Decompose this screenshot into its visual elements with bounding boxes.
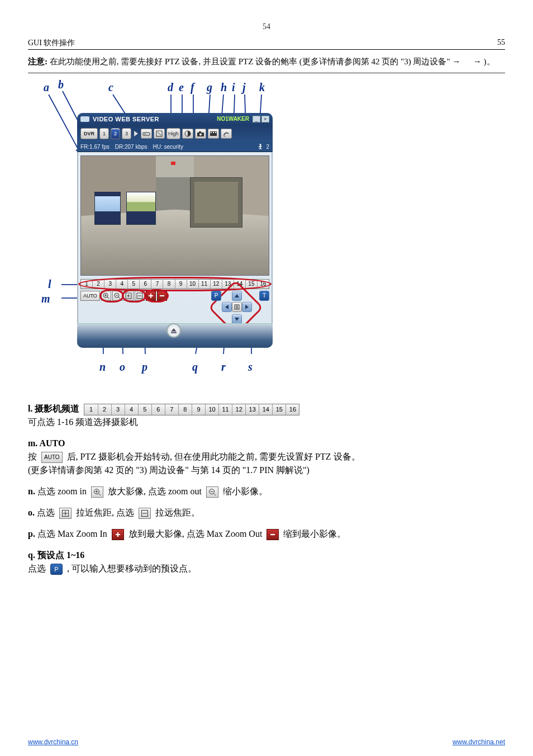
contrast-icon[interactable]	[182, 129, 193, 139]
channel-1-button[interactable]: 1	[84, 404, 98, 415]
text-n-c: 缩小影像。	[223, 486, 268, 496]
arrow-icon: →	[452, 56, 460, 66]
callout-g: g	[207, 81, 212, 94]
diagram: a b c d e f g h i j k l m n o p q r s VI…	[28, 81, 296, 394]
text-p-c: 缩到最小影像。	[283, 529, 346, 538]
channel-5-button[interactable]: 5	[139, 404, 152, 415]
settings-icon[interactable]	[221, 129, 232, 139]
channel-2-button[interactable]: 2	[98, 404, 112, 415]
high-quality-button[interactable]: High	[166, 128, 180, 139]
hdd-icon[interactable]	[141, 129, 152, 139]
status-hu: HU: security	[153, 144, 183, 150]
note-label: 注意:	[28, 57, 47, 66]
inline-max-zoom-out-icon[interactable]	[266, 529, 279, 540]
ptz-zone: P T	[208, 291, 269, 327]
text-o-b: 拉近焦距, 点选	[76, 508, 134, 517]
status-dr: DR:207 kbps	[115, 144, 147, 150]
inline-preset-icon[interactable]: P	[50, 564, 63, 575]
snapshot-icon[interactable]	[195, 129, 206, 139]
text-p-b: 放到最大影像, 点选 Max Zoom Out	[129, 529, 263, 538]
ptz-right-button[interactable]	[242, 302, 252, 312]
note-block: 注意: 在此功能使用之前, 需要先接好 PTZ 设备, 并且设置 PTZ 设备的…	[28, 55, 505, 68]
video-area	[77, 152, 273, 276]
svg-rect-20	[144, 134, 146, 134]
channel-13-button[interactable]: 13	[246, 404, 259, 415]
callout-j: j	[242, 81, 246, 94]
inline-zoom-in-icon[interactable]	[91, 486, 103, 498]
film-icon[interactable]	[208, 129, 219, 139]
label-n: n.	[28, 486, 35, 496]
channel-4-button[interactable]: 4	[125, 404, 139, 415]
text-q-a: 点选	[28, 564, 46, 573]
callout-o: o	[120, 361, 125, 374]
label-l: l. 摄影机频道	[28, 404, 79, 413]
play-icon[interactable]	[134, 131, 138, 136]
svg-rect-27	[211, 132, 212, 133]
channel-16-button[interactable]: 16	[286, 404, 299, 415]
callout-f: f	[191, 81, 194, 94]
dvr-button[interactable]: DVR	[80, 128, 98, 139]
text-o-c: 拉远焦距。	[155, 508, 200, 517]
channel-8-button[interactable]: 8	[179, 404, 192, 415]
channel-11-button[interactable]: 11	[219, 404, 232, 415]
callout-n: n	[99, 361, 106, 374]
group-2-button[interactable]: 2	[111, 128, 120, 139]
callout-a: a	[44, 81, 49, 94]
channel-15-button[interactable]: 15	[273, 404, 286, 415]
channel-9-button[interactable]: 9	[192, 404, 206, 415]
label-q: q. 预设点 1~16	[28, 550, 84, 560]
channel-10-button[interactable]: 10	[206, 404, 219, 415]
ptz-up-button[interactable]	[232, 291, 242, 301]
note-text-b: )。	[484, 57, 495, 66]
page-header: GUI 软件操作 55	[28, 38, 505, 50]
online-count: 2	[266, 144, 269, 150]
window-footer	[77, 323, 273, 348]
group-3-button[interactable]: 3	[122, 128, 131, 139]
minimize-button[interactable]: _	[253, 116, 260, 122]
footer-right[interactable]: www.dvrchina.net	[453, 738, 505, 746]
callout-d: d	[168, 81, 173, 94]
channel-14-button[interactable]: 14	[259, 404, 273, 415]
app-icon	[80, 116, 89, 122]
auto-button[interactable]: AUTO	[80, 291, 100, 301]
channel-6-button[interactable]: 6	[152, 404, 165, 415]
inline-max-zoom-in-icon[interactable]	[112, 529, 124, 540]
page-footer: www.dvrchina.cn www.dvrchina.net	[28, 738, 505, 746]
footer-left[interactable]: www.dvrchina.cn	[28, 738, 78, 746]
ptz-left-button[interactable]	[222, 302, 232, 312]
callout-b: b	[58, 78, 64, 91]
inline-focus-far-icon[interactable]	[139, 508, 151, 519]
titlebar: VIDEO WEB SERVER NO1WAKER _ ×	[77, 113, 273, 125]
channel-7-button[interactable]: 7	[165, 404, 179, 415]
video-frame[interactable]	[80, 155, 269, 276]
callout-c: c	[108, 81, 113, 94]
preset-right-button[interactable]: T	[259, 291, 269, 301]
callout-q: q	[192, 361, 198, 374]
inline-focus-near-icon[interactable]	[59, 508, 72, 519]
channel-3-button[interactable]: 3	[112, 404, 125, 415]
label-p: p.	[28, 529, 35, 538]
control-row: AUTO P T	[80, 291, 269, 327]
close-button[interactable]: ×	[261, 116, 269, 122]
text-l: 可点选 1-16 频道选择摄影机	[28, 417, 138, 427]
person-icon	[257, 143, 264, 150]
callout-r: r	[221, 361, 226, 374]
text-m-a: 按	[28, 452, 37, 461]
channel-12-button[interactable]: 12	[232, 404, 246, 415]
svg-rect-29	[215, 132, 216, 133]
body-text: l. 摄影机频道 1 2 3 4 5 6 7 8 9 10 11 12 13 1…	[28, 402, 505, 575]
ptz-menu-button[interactable]	[232, 302, 242, 312]
record-icon[interactable]	[154, 129, 165, 139]
svg-line-0	[49, 94, 78, 149]
inline-auto-button[interactable]: AUTO	[41, 452, 63, 463]
app-title: VIDEO WEB SERVER	[93, 116, 159, 122]
group-1-button[interactable]: 1	[99, 128, 109, 139]
svg-point-30	[260, 144, 261, 145]
eject-button[interactable]	[166, 323, 181, 338]
text-m-b: 后, PTZ 摄影机会开始转动, 但在使用此功能之前, 需要先设置好 PTZ 设…	[67, 452, 360, 461]
app-window: VIDEO WEB SERVER NO1WAKER _ × DVR 1 2 3 …	[77, 113, 273, 348]
inline-zoom-out-icon[interactable]	[206, 486, 218, 498]
connection-name: NO1WAKER	[217, 116, 249, 122]
label-o: o.	[28, 508, 35, 517]
callout-k: k	[259, 81, 265, 94]
